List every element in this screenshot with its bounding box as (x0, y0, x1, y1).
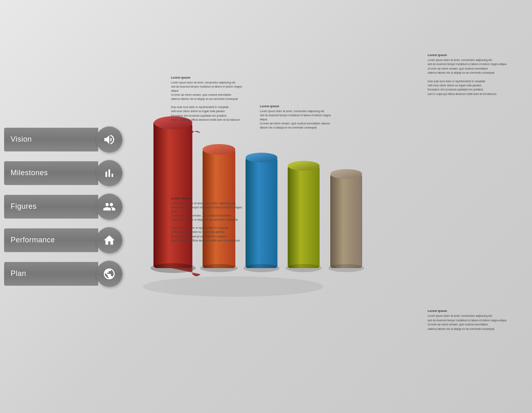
sidebar-bar-figures: Figures (4, 195, 98, 219)
svg-point-11 (286, 264, 322, 272)
svg-point-5 (200, 264, 238, 272)
chart-bar-icon (103, 167, 116, 180)
home-icon (103, 234, 116, 247)
sidebar-bar-performance: Performance (4, 228, 98, 252)
sidebar-bar-vision: Vision (4, 128, 98, 151)
svg-rect-6 (246, 158, 277, 268)
svg-point-13 (330, 169, 362, 179)
main-container: Vision Milestones Figures (0, 0, 532, 413)
svg-point-4 (203, 144, 235, 155)
vision-icon-circle (96, 126, 122, 153)
text-title-center-top: Lorem ipsum (260, 104, 336, 108)
sidebar-label-performance: Performance (11, 236, 55, 244)
performance-icon-circle (96, 227, 122, 253)
svg-point-14 (328, 264, 364, 272)
text-body-middle: Lorem ipsum dolor sit amet, consectetur … (171, 201, 245, 243)
sidebar-item-milestones[interactable]: Milestones (4, 160, 122, 186)
text-block-right-top: Lorem ipsum Lorem ipsum dolor sit amet, … (428, 53, 520, 96)
sidebar-label-milestones: Milestones (11, 169, 48, 177)
text-title-right-bottom: Lorem ipsum (428, 309, 520, 313)
sidebar-bar-milestones: Milestones (4, 161, 98, 185)
svg-point-7 (246, 153, 277, 162)
text-body-right-top-2: Duis aute irure dolor in reprehenderit i… (428, 79, 520, 97)
sidebar: Vision Milestones Figures (0, 126, 122, 287)
text-body-right-top-1: Lorem ipsum dolor sit amet, consectetur … (428, 58, 520, 75)
text-body-top-left: Lorem ipsum dolor sit amet, consectetur … (171, 81, 245, 122)
sidebar-item-performance[interactable]: Performance (4, 227, 122, 253)
speaker-icon (103, 133, 116, 146)
text-body-right-bottom: Lorem ipsum dolor sit amet, consectetur … (428, 314, 520, 331)
text-title-middle: Lorem ipsum (171, 196, 245, 200)
people-icon (103, 200, 116, 213)
text-block-middle-center: Lorem ipsum Lorem ipsum dolor sit amet, … (171, 196, 245, 243)
sidebar-item-plan[interactable]: Plan (4, 261, 122, 287)
sidebar-bar-plan: Plan (4, 262, 98, 286)
text-block-right-bottom: Lorem ipsum Lorem ipsum dolor sit amet, … (428, 309, 520, 331)
sidebar-label-plan: Plan (11, 269, 26, 278)
svg-point-15 (143, 276, 323, 297)
sidebar-item-vision[interactable]: Vision (4, 126, 122, 153)
sidebar-label-vision: Vision (11, 135, 32, 144)
svg-rect-12 (330, 174, 362, 268)
svg-point-8 (243, 264, 280, 272)
sidebar-item-figures[interactable]: Figures (4, 194, 122, 220)
globe-icon (103, 267, 116, 280)
svg-point-10 (288, 161, 320, 171)
milestones-icon-circle (96, 160, 122, 186)
figures-icon-circle (96, 194, 122, 220)
text-title-top-left: Lorem ipsum (171, 76, 245, 79)
sidebar-label-figures: Figures (11, 202, 37, 211)
svg-rect-9 (288, 166, 320, 268)
text-title-right-top: Lorem ipsum (428, 53, 520, 57)
svg-point-2 (151, 263, 196, 273)
plan-icon-circle (96, 261, 122, 287)
text-body-center-top: Lorem ipsum dolor sit amet, consectetur … (260, 109, 336, 130)
text-block-top-left: Lorem ipsum Lorem ipsum dolor sit amet, … (171, 76, 245, 122)
text-block-center-top: Lorem ipsum Lorem ipsum dolor sit amet, … (260, 104, 336, 130)
svg-rect-0 (153, 123, 192, 268)
